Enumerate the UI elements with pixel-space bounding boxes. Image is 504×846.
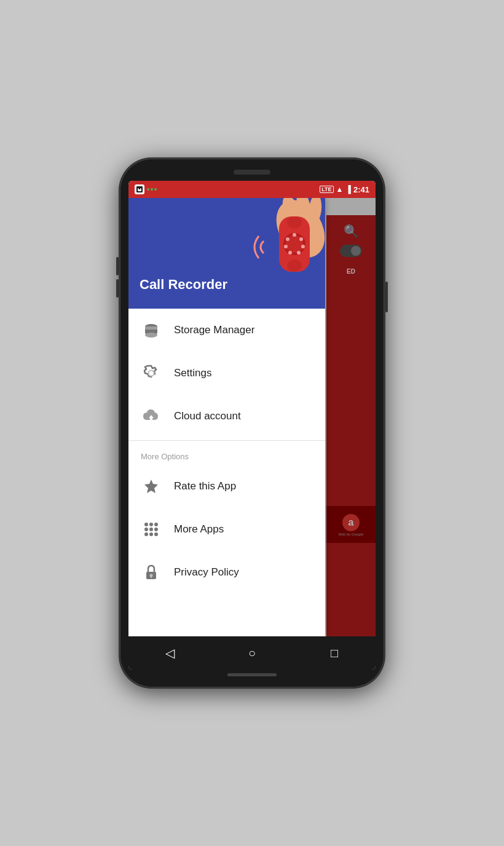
svg-marker-29 — [144, 480, 158, 493]
svg-point-12 — [287, 259, 302, 272]
back-button[interactable]: ◁ — [154, 641, 185, 665]
svg-rect-28 — [150, 418, 152, 421]
cloud-upload-icon — [141, 406, 162, 427]
storage-manager-label: Storage Manager — [174, 324, 254, 336]
svg-point-16 — [299, 237, 303, 241]
menu-item-more-apps[interactable]: More Apps — [128, 508, 325, 551]
scrim-overlay[interactable] — [325, 198, 376, 636]
svg-point-34 — [149, 528, 153, 531]
svg-point-19 — [288, 251, 292, 255]
privacy-policy-label: Privacy Policy — [174, 566, 239, 579]
svg-point-17 — [301, 245, 305, 248]
svg-point-36 — [144, 532, 148, 536]
signal-icon: ▲ — [336, 185, 344, 194]
menu-item-privacy[interactable]: Privacy Policy — [128, 551, 325, 594]
gear-icon — [141, 363, 162, 384]
svg-point-2 — [140, 188, 141, 189]
star-icon — [141, 476, 162, 497]
lock-icon — [141, 562, 162, 583]
phone-bottom-bar — [227, 673, 277, 676]
more-apps-label: More Apps — [174, 523, 224, 536]
svg-point-15 — [293, 233, 296, 237]
recent-button[interactable]: □ — [319, 641, 350, 665]
status-time: 2:41 — [353, 185, 369, 194]
svg-rect-41 — [151, 575, 152, 578]
phone-illustration — [221, 198, 325, 309]
notification-dots — [147, 188, 157, 191]
phone-speaker — [234, 170, 270, 175]
svg-point-21 — [286, 237, 289, 241]
svg-point-18 — [297, 251, 301, 255]
svg-point-20 — [284, 245, 288, 248]
cloud-account-label: Cloud account — [174, 410, 241, 422]
menu-item-storage[interactable]: Storage Manager — [128, 309, 325, 352]
grid-icon — [141, 519, 162, 540]
more-options-section-label: More Options — [128, 443, 325, 465]
nav-bar: ◁ ○ □ — [128, 636, 376, 670]
svg-point-32 — [154, 523, 158, 526]
drawer-app-title: Call Recorder — [140, 277, 227, 293]
svg-point-23 — [145, 333, 157, 338]
android-icon — [135, 184, 144, 194]
menu-item-rate[interactable]: Rate this App — [128, 465, 325, 508]
settings-label: Settings — [174, 367, 211, 379]
lte-indicator: LTE — [320, 186, 333, 193]
status-left — [135, 184, 157, 194]
status-bar: LTE ▲ ▐ 2:41 — [128, 181, 376, 198]
menu-item-settings[interactable]: Settings — [128, 352, 325, 395]
menu-divider — [128, 440, 325, 441]
database-icon — [141, 320, 162, 341]
svg-rect-3 — [138, 189, 141, 191]
power-button — [385, 282, 388, 312]
phone-device: LTE ▲ ▐ 2:41 🔍 ED a Mob b — [120, 159, 384, 687]
svg-point-31 — [149, 523, 153, 526]
svg-point-1 — [138, 188, 139, 189]
menu-items-list: Storage Manager Settings — [128, 309, 325, 636]
svg-point-38 — [154, 532, 158, 536]
svg-point-37 — [149, 532, 153, 536]
screen-content: 🔍 ED a Mob by Google — [128, 198, 376, 636]
phone-screen: LTE ▲ ▐ 2:41 🔍 ED a Mob b — [128, 181, 376, 670]
svg-point-11 — [287, 216, 302, 229]
svg-point-35 — [154, 528, 158, 531]
rate-app-label: Rate this App — [174, 480, 236, 492]
battery-icon: ▐ — [345, 185, 351, 194]
home-button[interactable]: ○ — [237, 641, 267, 665]
svg-point-33 — [144, 528, 148, 531]
volume-buttons — [116, 257, 119, 298]
svg-point-26 — [149, 371, 154, 376]
menu-item-cloud[interactable]: Cloud account — [128, 395, 325, 438]
svg-point-30 — [144, 523, 148, 526]
status-right: LTE ▲ ▐ 2:41 — [320, 185, 369, 194]
drawer-menu: Call Recorder — [128, 198, 325, 636]
drawer-banner: Call Recorder — [128, 198, 325, 309]
